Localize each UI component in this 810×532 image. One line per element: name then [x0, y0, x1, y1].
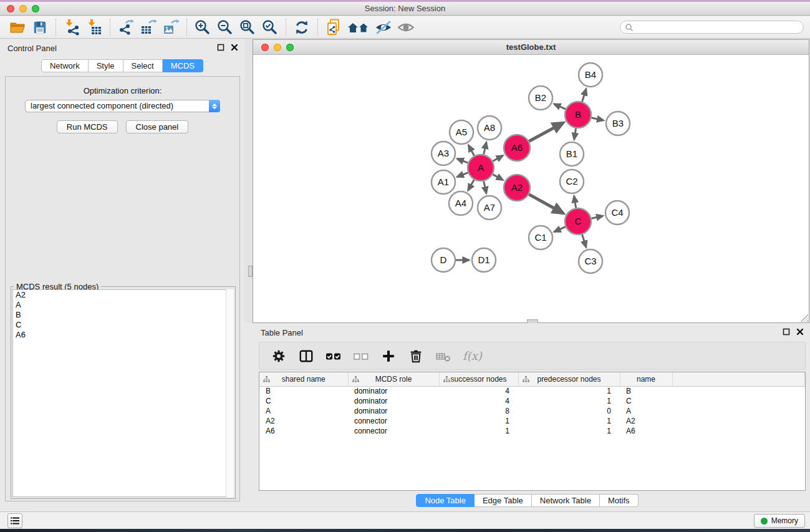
memory-button[interactable]: Memory: [754, 514, 805, 528]
graph-node-B4[interactable]: B4: [579, 63, 602, 87]
zoom-in-icon[interactable]: [193, 17, 213, 37]
column-header-predecessor-nodes[interactable]: predecessor nodes: [518, 372, 620, 386]
float-panel-icon[interactable]: [217, 44, 224, 51]
graph-node-A6[interactable]: A6: [504, 135, 530, 161]
zoom-selected-icon[interactable]: [260, 17, 280, 37]
table-row[interactable]: Cdominator41C: [259, 396, 805, 406]
graph-edge-C-C2[interactable]: [574, 196, 576, 208]
graph-edge-A-A4[interactable]: [468, 180, 475, 190]
graph-edge-A-A2[interactable]: [493, 175, 503, 180]
export-table-icon[interactable]: [138, 17, 158, 37]
close-network-button[interactable]: [261, 44, 269, 51]
criterion-dropdown[interactable]: largest connected component (directed): [25, 100, 220, 112]
graph-edge-C-C3[interactable]: [582, 235, 586, 247]
select-all-checkboxes-icon[interactable]: [323, 346, 344, 367]
tab-network[interactable]: Network: [41, 59, 89, 72]
delete-table-icon[interactable]: [433, 346, 454, 367]
refresh-view-icon[interactable]: [292, 17, 312, 37]
table-row[interactable]: A2connector11A2: [259, 416, 805, 426]
graph-edge-A-A6[interactable]: [493, 155, 503, 161]
graph-node-A2[interactable]: A2: [504, 175, 530, 201]
column-header-successor-nodes[interactable]: successor nodes: [439, 372, 518, 386]
zoom-fit-icon[interactable]: [238, 17, 258, 37]
graph-edge-B-B1[interactable]: [574, 128, 576, 140]
show-all-icon[interactable]: [396, 17, 416, 37]
gear-icon[interactable]: [268, 346, 289, 367]
graph-node-A4[interactable]: A4: [449, 191, 473, 215]
zoom-window-button[interactable]: [32, 5, 39, 12]
result-list-scrollbar[interactable]: [226, 289, 234, 497]
graph-edge-A-A3[interactable]: [457, 159, 468, 163]
table-row[interactable]: Adominator80A: [259, 406, 805, 416]
close-panel-button[interactable]: Close panel: [126, 120, 189, 133]
resize-grip-icon[interactable]: [801, 314, 808, 322]
panel-list-button[interactable]: [7, 513, 22, 528]
graph-node-A1[interactable]: A1: [432, 170, 455, 194]
tab-select[interactable]: Select: [123, 59, 163, 72]
graph-edge-B-B3[interactable]: [591, 118, 603, 120]
result-list-item[interactable]: A2: [13, 290, 233, 300]
tab-network-table[interactable]: Network Table: [532, 494, 600, 507]
graph-node-D[interactable]: D: [432, 248, 455, 272]
graph-node-A5[interactable]: A5: [450, 120, 473, 144]
graph-node-A3[interactable]: A3: [432, 142, 455, 165]
splitpane-handle[interactable]: [248, 266, 253, 277]
add-column-icon[interactable]: [378, 346, 399, 367]
graph-node-B2[interactable]: B2: [529, 86, 552, 110]
import-network-icon[interactable]: [62, 17, 82, 37]
tab-style[interactable]: Style: [89, 59, 123, 72]
copy-network-icon[interactable]: [324, 17, 344, 37]
table-row[interactable]: Bdominator41B: [259, 386, 805, 396]
float-panel-icon[interactable]: [783, 328, 790, 336]
column-header-MCDS-role[interactable]: MCDS role: [348, 372, 439, 386]
function-builder-icon[interactable]: f(x): [460, 349, 482, 362]
delete-column-icon[interactable]: [405, 346, 427, 367]
tab-node-table[interactable]: Node Table: [416, 494, 475, 507]
graph-edge-A2-C[interactable]: [529, 195, 563, 213]
result-list-item[interactable]: A6: [13, 330, 233, 340]
export-network-icon[interactable]: [116, 17, 136, 37]
graph-node-A[interactable]: A: [468, 155, 494, 181]
home-view-icon[interactable]: [346, 17, 371, 37]
tab-mcds[interactable]: MCDS: [163, 59, 203, 72]
graph-edge-C-C4[interactable]: [591, 216, 602, 218]
graph-edge-A-A5[interactable]: [468, 145, 474, 156]
graph-edge-A-A8[interactable]: [484, 142, 486, 154]
minimize-window-button[interactable]: [19, 5, 27, 12]
graph-node-A8[interactable]: A8: [478, 116, 501, 140]
graph-node-C2[interactable]: C2: [560, 170, 584, 193]
column-header-name[interactable]: name: [620, 372, 672, 386]
search-field[interactable]: [620, 21, 804, 34]
graph-edge-A-A1[interactable]: [457, 173, 468, 177]
export-image-icon[interactable]: [161, 17, 181, 37]
save-session-icon[interactable]: [30, 17, 50, 37]
table-row[interactable]: A6connector11A6: [259, 426, 805, 436]
deselect-all-checkboxes-icon[interactable]: [350, 346, 372, 367]
column-header-shared-name[interactable]: shared name: [259, 372, 348, 386]
close-panel-icon[interactable]: [796, 328, 804, 336]
result-list-item[interactable]: B: [13, 310, 233, 320]
graph-node-A7[interactable]: A7: [478, 196, 501, 220]
zoom-out-icon[interactable]: [215, 17, 235, 37]
minimize-network-button[interactable]: [274, 44, 281, 51]
open-session-icon[interactable]: [7, 17, 27, 37]
import-table-icon[interactable]: [84, 17, 104, 37]
run-mcds-button[interactable]: Run MCDS: [57, 120, 118, 133]
tab-motifs[interactable]: Motifs: [600, 494, 639, 507]
result-list-item[interactable]: C: [13, 320, 233, 330]
result-list-item[interactable]: A: [13, 300, 233, 310]
graph-node-C3[interactable]: C3: [579, 249, 602, 273]
network-graph[interactable]: B4B2BB3A8A5A6B1A3AC2A1A2A4A7C4CC1C3DD1: [253, 55, 809, 322]
search-input[interactable]: [634, 22, 803, 32]
graph-node-D1[interactable]: D1: [472, 248, 496, 272]
graph-node-C[interactable]: C: [565, 208, 591, 235]
graph-node-C4[interactable]: C4: [605, 201, 629, 225]
hide-selected-icon[interactable]: [374, 17, 393, 37]
graph-node-C1[interactable]: C1: [529, 226, 552, 249]
graph-edge-C-C1[interactable]: [554, 227, 566, 232]
close-window-button[interactable]: [7, 5, 14, 12]
split-columns-icon[interactable]: [296, 346, 317, 367]
graph-edge-A-A7[interactable]: [484, 181, 486, 193]
graph-edge-A6-B[interactable]: [529, 123, 563, 142]
graph-edge-B-B4[interactable]: [582, 89, 586, 102]
